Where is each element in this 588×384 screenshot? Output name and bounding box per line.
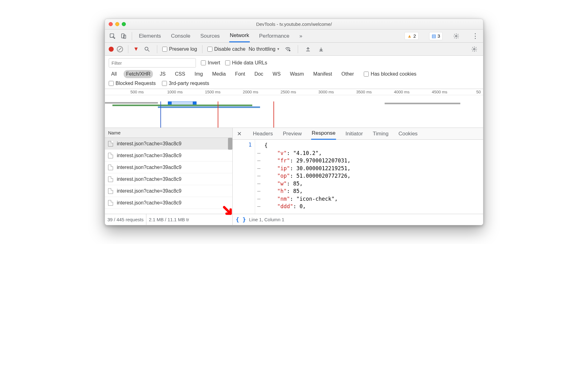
search-icon[interactable] [142, 44, 152, 54]
filter-type-other[interactable]: Other [339, 70, 356, 78]
tab-console[interactable]: Console [170, 30, 191, 42]
filter-type-media[interactable]: Media [210, 70, 228, 78]
file-icon [108, 141, 113, 147]
code-line-gutter: 1 [233, 140, 255, 214]
tab-performance[interactable]: Performance [258, 30, 290, 42]
response-code-view[interactable]: 1 –––––––– { "v": "4.10.2", "fr": 29.970… [233, 140, 483, 214]
has-blocked-cookies-checkbox[interactable]: Has blocked cookies [364, 71, 416, 77]
preserve-log-checkbox[interactable]: Preserve log [162, 46, 197, 52]
code-fold-gutter[interactable]: –––––––– [255, 140, 263, 214]
tab-network[interactable]: Network [229, 30, 250, 42]
network-conditions-icon[interactable] [283, 44, 293, 54]
warning-count: 2 [413, 33, 416, 39]
requests-count: 39 / 445 requests [105, 214, 146, 225]
invert-checkbox[interactable]: Invert [201, 60, 220, 66]
filter-type-img[interactable]: Img [192, 70, 206, 78]
window-title: DevTools - tv.youtube.com/welcome/ [105, 21, 483, 27]
transfer-size: 2.1 MB / 11.1 MB tr [146, 214, 192, 225]
message-icon: ▤ [432, 33, 436, 39]
detail-tab-preview[interactable]: Preview [282, 128, 302, 139]
inspect-element-icon[interactable] [107, 31, 117, 41]
request-list-header[interactable]: Name [105, 128, 232, 138]
panel-tabs: Elements Console Sources Network Perform… [138, 30, 481, 42]
throttling-select[interactable]: No throttling ▼ [249, 46, 280, 52]
svg-point-4 [145, 47, 148, 50]
filter-type-font[interactable]: Font [233, 70, 248, 78]
detail-tab-headers[interactable]: Headers [252, 128, 273, 139]
resource-type-filters: All Fetch/XHR JS CSS Img Media Font Doc … [109, 70, 479, 78]
filter-type-wasm[interactable]: Wasm [287, 70, 306, 78]
pretty-print-button[interactable]: { } [236, 216, 246, 223]
file-icon [108, 188, 113, 194]
file-icon [108, 200, 113, 206]
export-har-icon[interactable] [316, 44, 326, 54]
svg-point-3 [456, 35, 457, 37]
domcontent-marker [160, 101, 161, 128]
detail-tab-cookies[interactable]: Cookies [398, 128, 418, 139]
settings-icon[interactable] [451, 31, 461, 41]
tab-sources[interactable]: Sources [200, 30, 220, 42]
filter-type-all[interactable]: All [109, 70, 119, 78]
kebab-menu-icon[interactable]: ⋮ [470, 32, 481, 40]
message-count: 3 [438, 33, 440, 39]
filter-bar: Invert Hide data URLs All Fetch/XHR JS C… [105, 56, 483, 89]
messages-badge[interactable]: ▤ 3 [429, 32, 443, 40]
main-toolbar: Elements Console Sources Network Perform… [105, 30, 483, 43]
request-row[interactable]: interest.json?cache=39ac8c9 [105, 173, 232, 185]
filter-type-js[interactable]: JS [157, 70, 168, 78]
request-row[interactable]: interest.json?cache=39ac8c9 [105, 138, 232, 150]
devtools-window: DevTools - tv.youtube.com/welcome/ Eleme… [105, 19, 483, 225]
window-titlebar: DevTools - tv.youtube.com/welcome/ [105, 19, 483, 30]
detail-tab-timing[interactable]: Timing [372, 128, 389, 139]
dropdown-icon: ▼ [277, 47, 280, 51]
status-footer: 39 / 445 requests 2.1 MB / 11.1 MB tr { … [105, 214, 483, 225]
detail-tab-initiator[interactable]: Initiator [345, 128, 363, 139]
record-button[interactable] [109, 47, 114, 52]
network-settings-icon[interactable] [469, 44, 479, 54]
tab-elements[interactable]: Elements [138, 30, 162, 42]
file-icon [108, 153, 113, 158]
request-row[interactable]: interest.json?cache=39ac8c9 [105, 162, 232, 173]
panels: Name interest.json?cache=39ac8c9 interes… [105, 128, 483, 214]
import-har-icon[interactable] [303, 44, 313, 54]
scrollbar-thumb[interactable] [228, 138, 232, 150]
tab-more-icon[interactable]: » [299, 30, 303, 42]
svg-point-5 [289, 49, 291, 51]
divider [132, 32, 132, 40]
clear-button[interactable] [117, 46, 123, 52]
request-row[interactable]: interest.json?cache=39ac8c9 [105, 197, 232, 209]
toggle-device-icon[interactable] [119, 31, 129, 41]
file-icon [108, 176, 113, 182]
file-icon [108, 165, 113, 170]
request-row[interactable]: interest.json?cache=39ac8c9 [105, 150, 232, 162]
issues-badge[interactable]: ▲ 2 [405, 32, 418, 40]
filter-type-css[interactable]: CSS [173, 70, 188, 78]
annotation-arrow-icon [222, 205, 234, 217]
close-detail-icon[interactable]: ✕ [237, 130, 242, 137]
svg-point-6 [474, 48, 475, 50]
detail-tab-response[interactable]: Response [311, 128, 336, 140]
overview-timeline[interactable]: 500 ms 1000 ms 1500 ms 2000 ms 2500 ms 3… [105, 89, 483, 128]
request-list: Name interest.json?cache=39ac8c9 interes… [105, 128, 233, 214]
hide-data-urls-checkbox[interactable]: Hide data URLs [225, 60, 267, 66]
cursor-position: Line 1, Column 1 [249, 217, 284, 222]
filter-type-doc[interactable]: Doc [252, 70, 266, 78]
filter-icon[interactable]: ▼ [133, 46, 139, 52]
blocked-requests-checkbox[interactable]: Blocked Requests [109, 81, 156, 86]
filter-type-ws[interactable]: WS [270, 70, 283, 78]
filter-type-fetchxhr[interactable]: Fetch/XHR [124, 70, 153, 78]
timeline-lane [105, 95, 483, 128]
load-start-marker [218, 101, 218, 128]
request-row[interactable]: interest.json?cache=39ac8c9 [105, 185, 232, 197]
request-detail: ✕ Headers Preview Response Initiator Tim… [233, 128, 483, 214]
timeline-ruler: 500 ms 1000 ms 1500 ms 2000 ms 2500 ms 3… [105, 89, 483, 95]
third-party-requests-checkbox[interactable]: 3rd-party requests [162, 81, 209, 86]
network-toolbar: ▼ Preserve log Disable cache No throttli… [105, 43, 483, 56]
detail-tabs: ✕ Headers Preview Response Initiator Tim… [233, 128, 483, 140]
filter-input[interactable] [109, 58, 196, 68]
load-end-marker [273, 101, 274, 128]
warning-icon: ▲ [407, 33, 412, 39]
disable-cache-checkbox[interactable]: Disable cache [207, 46, 246, 52]
code-source[interactable]: { "v": "4.10.2", "fr": 29.9700012207031,… [263, 140, 483, 214]
filter-type-manifest[interactable]: Manifest [311, 70, 334, 78]
